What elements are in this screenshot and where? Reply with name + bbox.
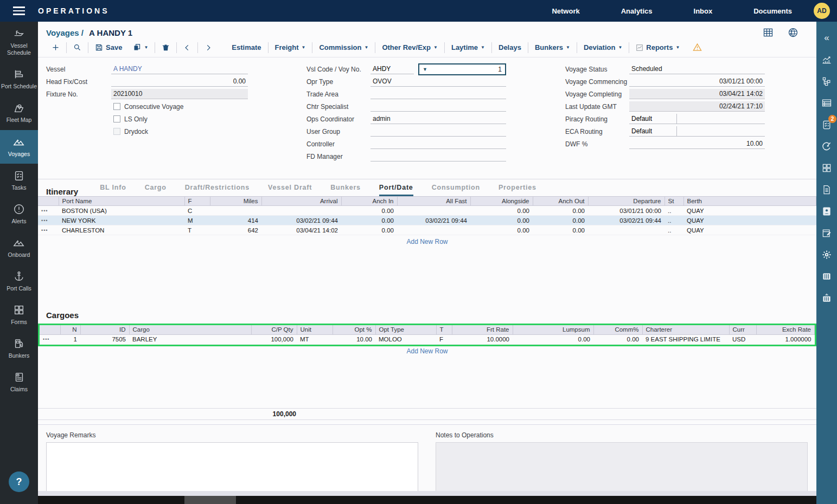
- cell-st[interactable]: ..: [665, 206, 683, 216]
- cell-anch-out[interactable]: 0.00: [533, 206, 588, 216]
- dwf-field[interactable]: 10.00: [629, 139, 765, 149]
- estimate-button[interactable]: Estimate: [226, 42, 266, 53]
- user-group-field[interactable]: [370, 126, 506, 137]
- row-handle[interactable]: •••: [38, 225, 59, 235]
- notes-edit-icon[interactable]: [816, 222, 837, 244]
- cell-anch-in[interactable]: 0.00: [341, 225, 397, 235]
- cell-port-name[interactable]: BOSTON (USA): [59, 206, 184, 216]
- hamburger-menu-icon[interactable]: [0, 7, 38, 15]
- freight-menu[interactable]: Freight▼: [270, 42, 311, 53]
- cell-arrival[interactable]: 03/04/21 14:02: [261, 225, 341, 235]
- cell-arrival[interactable]: 03/02/21 09:44: [261, 216, 341, 225]
- save-button[interactable]: Save: [90, 42, 127, 53]
- cell-st[interactable]: ..: [665, 225, 683, 235]
- tank-icon[interactable]: [816, 266, 837, 287]
- nav-analytics[interactable]: Analytics: [600, 7, 673, 15]
- table-row[interactable]: ••• CHARLESTON T 642 03/04/21 14:02 0.00…: [38, 225, 816, 235]
- head-fix-cost-field[interactable]: 0.00: [111, 76, 248, 87]
- prev-voyage-button[interactable]: [178, 43, 196, 53]
- tab-draft-restrictions[interactable]: Draft/Restrictions: [185, 184, 250, 196]
- cell-id[interactable]: 7505: [80, 334, 129, 344]
- table-row-selected[interactable]: ••• NEW YORK M 414 03/02/21 09:44 0.00 0…: [38, 216, 816, 225]
- delete-button[interactable]: [156, 42, 175, 53]
- chtr-specialist-field[interactable]: [370, 101, 506, 112]
- delays-button[interactable]: Delays: [493, 42, 527, 53]
- cell-curr[interactable]: USD: [729, 334, 756, 344]
- nav-inbox[interactable]: Inbox: [673, 7, 733, 15]
- sidebar-item-forms[interactable]: Forms: [0, 298, 38, 332]
- scrollbar-thumb[interactable]: [184, 496, 236, 504]
- consecutive-voyage-checkbox[interactable]: Consecutive Voyage: [46, 100, 248, 113]
- add-button[interactable]: [46, 42, 65, 53]
- globe-icon[interactable]: [788, 27, 798, 38]
- tasks-panel-icon[interactable]: 2: [816, 114, 837, 135]
- sidebar-item-claims[interactable]: Claims: [0, 365, 38, 399]
- cell-all-fast[interactable]: [397, 225, 470, 235]
- cell-cp-qty[interactable]: 100,000: [251, 334, 297, 344]
- nav-network[interactable]: Network: [531, 7, 600, 15]
- ops-coordinator-field[interactable]: admin: [370, 114, 506, 124]
- tab-cargo[interactable]: Cargo: [145, 184, 167, 196]
- cell-anch-in[interactable]: 0.00: [341, 206, 397, 216]
- controller-field[interactable]: [370, 139, 506, 149]
- search-button[interactable]: [68, 42, 87, 53]
- sidebar-item-port-calls[interactable]: Port Calls: [0, 264, 38, 298]
- cell-frt-rate[interactable]: 10.0000: [452, 334, 513, 344]
- cell-berth[interactable]: QUAY: [683, 216, 816, 225]
- cell-port-name[interactable]: CHARLESTON: [59, 225, 184, 235]
- cell-f[interactable]: M: [184, 216, 210, 225]
- cell-f[interactable]: C: [184, 206, 210, 216]
- tab-bunkers[interactable]: Bunkers: [330, 184, 361, 196]
- cell-anch-in[interactable]: 0.00: [341, 216, 397, 225]
- laytime-menu[interactable]: Laytime▼: [446, 42, 490, 53]
- user-avatar[interactable]: AD: [814, 3, 830, 19]
- trade-area-field[interactable]: [370, 89, 506, 99]
- deviation-menu[interactable]: Deviation▼: [578, 42, 628, 53]
- ls-only-checkbox[interactable]: LS Only: [46, 113, 248, 125]
- eca-routing-extra-field[interactable]: [677, 126, 765, 137]
- cell-charterer[interactable]: 9 EAST SHIPPING LIMITE: [642, 334, 729, 344]
- cell-lumpsum[interactable]: 0.00: [513, 334, 593, 344]
- row-handle[interactable]: •••: [38, 216, 59, 225]
- copy-button[interactable]: ▼: [127, 42, 154, 53]
- cell-exch-rate[interactable]: 1.000000: [756, 334, 815, 344]
- cargoes-add-new-row-link[interactable]: Add New Row: [406, 347, 448, 355]
- ledger-icon[interactable]: [816, 92, 837, 114]
- itinerary-add-new-row-link[interactable]: Add New Row: [406, 238, 448, 245]
- sidebar-item-vessel-schedule[interactable]: Vessel Schedule: [0, 22, 38, 62]
- forms-panel-icon[interactable]: [816, 157, 837, 179]
- cell-opt-type[interactable]: MOLOO: [375, 334, 436, 344]
- cell-alongside[interactable]: 0.00: [470, 216, 533, 225]
- nav-documents[interactable]: Documents: [733, 7, 813, 15]
- fixture-no-field[interactable]: 20210010: [111, 89, 248, 99]
- voyage-commencing-field[interactable]: 03/01/21 00:00: [629, 76, 765, 87]
- fd-manager-field[interactable]: [370, 151, 506, 161]
- checkbox-square[interactable]: [113, 103, 120, 110]
- cell-alongside[interactable]: 0.00: [470, 206, 533, 216]
- piracy-routing-extra-field[interactable]: [677, 114, 765, 124]
- warning-icon[interactable]: [687, 42, 707, 53]
- sidebar-item-voyages[interactable]: Voyages: [0, 130, 38, 164]
- cell-all-fast[interactable]: [397, 206, 470, 216]
- table-row[interactable]: ••• 1 7505 BARLEY 100,000 MT 10.00 MOLOO…: [40, 334, 815, 344]
- cell-st[interactable]: ..: [665, 216, 683, 225]
- voyage-number-dropdown[interactable]: ▼ 1: [418, 63, 506, 75]
- reports-menu[interactable]: Reports▼: [630, 42, 685, 53]
- cell-cargo[interactable]: BARLEY: [129, 334, 251, 344]
- voyage-status-field[interactable]: Scheduled: [629, 64, 765, 74]
- cell-miles[interactable]: [210, 206, 261, 216]
- cell-anch-out[interactable]: 0.00: [533, 225, 588, 235]
- cell-all-fast[interactable]: 03/02/21 09:44: [397, 216, 470, 225]
- analytics-chart-icon[interactable]: [816, 49, 837, 70]
- cell-arrival[interactable]: [261, 206, 341, 216]
- tab-properties[interactable]: Properties: [499, 184, 536, 196]
- help-button[interactable]: ?: [9, 471, 29, 492]
- document-icon[interactable]: [816, 179, 837, 201]
- cell-miles[interactable]: 414: [210, 216, 261, 225]
- cell-miles[interactable]: 642: [210, 225, 261, 235]
- bunkers-menu[interactable]: Bunkers▼: [529, 42, 576, 53]
- checkbox-square[interactable]: [113, 115, 120, 122]
- grid-view-icon[interactable]: [763, 27, 774, 38]
- vessel-field[interactable]: A HANDY: [111, 64, 248, 74]
- cell-departure[interactable]: [588, 225, 665, 235]
